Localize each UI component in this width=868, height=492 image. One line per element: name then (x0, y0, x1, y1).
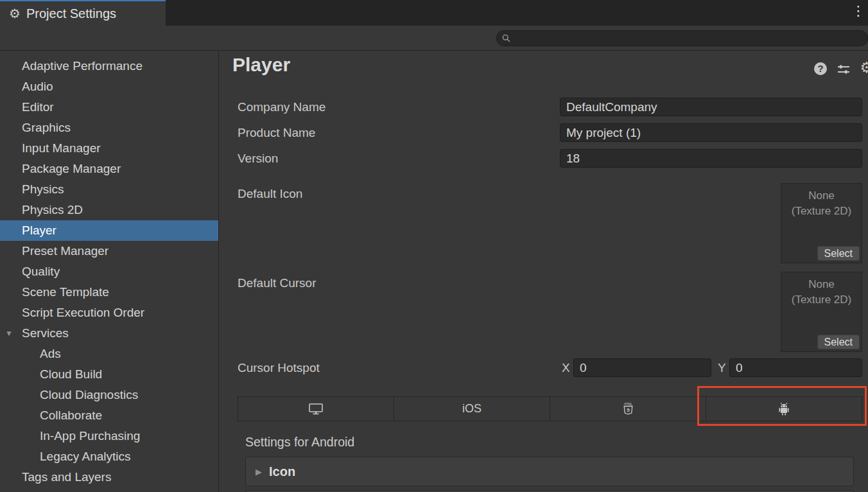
sidebar-list: Adaptive PerformanceAudioEditorGraphicsI… (0, 56, 218, 492)
sidebar-item-label: Script Execution Order (22, 306, 144, 319)
ios-tab-label: iOS (462, 402, 482, 416)
sidebar-item-label: Editor (22, 100, 54, 114)
sidebar-item-scene-template[interactable]: Scene Template (0, 282, 218, 303)
hotspot-y-input[interactable] (729, 358, 862, 377)
field-label-version: Version (238, 149, 278, 168)
sidebar-item-player[interactable]: Player (0, 220, 218, 241)
hotspot-y-label: Y (718, 358, 726, 377)
sidebar-item-audio[interactable]: Audio (0, 76, 218, 97)
sidebar-item-cloud-diagnostics[interactable]: Cloud Diagnostics (0, 385, 218, 405)
platform-tab-webgl[interactable]: HTML 5 (550, 397, 706, 421)
field-label-product-name: Product Name (238, 123, 315, 142)
sidebar-item-label: Cloud Diagnostics (40, 388, 138, 401)
sidebar-item-package-manager[interactable]: Package Manager (0, 159, 218, 179)
android-icon (777, 402, 791, 416)
foldout-collapsed-icon: ▶ (256, 467, 262, 477)
default-icon-value: None (Texture 2D) (781, 184, 862, 219)
svg-text:5: 5 (627, 407, 630, 413)
sidebar-item-graphics[interactable]: Graphics (0, 118, 218, 138)
page-title: Player (232, 54, 290, 76)
sidebar-item-label: Physics (22, 182, 64, 196)
sidebar-item-label: Collaborate (40, 409, 102, 422)
sidebar-item-label: Player (22, 224, 56, 237)
version-input[interactable] (560, 149, 862, 168)
sidebar-item-cloud-build[interactable]: Cloud Build (0, 364, 218, 385)
field-label-company-name: Company Name (238, 98, 326, 116)
icon-foldout-label: Icon (269, 464, 295, 479)
object-none-text: None (781, 277, 862, 292)
titlebar: ⚙ Project Settings ⋮ (0, 0, 868, 26)
default-cursor-value: None (Texture 2D) (781, 272, 862, 308)
sidebar-item-label: Graphics (22, 121, 71, 134)
icon-foldout[interactable]: ▶ Icon (245, 457, 854, 486)
company-name-input[interactable] (560, 98, 862, 116)
sidebar-item-script-execution-order[interactable]: Script Execution Order (0, 303, 218, 323)
foldout-expanded-icon[interactable]: ▼ (5, 323, 13, 344)
field-label-default-icon: Default Icon (238, 184, 302, 203)
sidebar-item-label: Package Manager (22, 162, 121, 175)
hotspot-x-input[interactable] (573, 358, 711, 377)
svg-text:HTML: HTML (624, 402, 632, 405)
sidebar-item-adaptive-performance[interactable]: Adaptive Performance (0, 56, 218, 76)
panel-gear-icon[interactable]: ⚙ (860, 59, 868, 76)
sidebar-item-editor[interactable]: Editor (0, 97, 218, 118)
settings-category-sidebar: Adaptive PerformanceAudioEditorGraphicsI… (0, 51, 219, 492)
sidebar-item-input-manager[interactable]: Input Manager (0, 138, 218, 159)
sidebar-item-physics[interactable]: Physics (0, 179, 218, 200)
search-box[interactable] (496, 30, 868, 46)
window-title: Project Settings (26, 6, 116, 21)
field-label-cursor-hotspot: Cursor Hotspot (238, 358, 320, 377)
sidebar-item-label: Preset Manager (22, 244, 108, 258)
settings-gear-icon: ⚙ (9, 6, 21, 21)
object-none-text: None (781, 188, 862, 204)
default-cursor-select-button[interactable]: Select (817, 335, 860, 349)
window-tab-project-settings[interactable]: ⚙ Project Settings (0, 0, 166, 26)
sidebar-item-label: In-App Purchasing (40, 429, 140, 443)
sidebar-item-label: Ads (40, 347, 61, 360)
object-type-text: (Texture 2D) (781, 204, 862, 219)
sidebar-item-collaborate[interactable]: Collaborate (0, 405, 218, 426)
desktop-monitor-icon (309, 403, 323, 415)
platform-tab-android[interactable] (706, 397, 862, 421)
sidebar-item-in-app-purchasing[interactable]: In-App Purchasing (0, 426, 218, 446)
sidebar-item-label: Physics 2D (22, 203, 83, 216)
sidebar-item-label: Tags and Layers (22, 470, 111, 484)
sidebar-item-tags-and-layers[interactable]: Tags and Layers (0, 467, 218, 488)
product-name-input[interactable] (560, 123, 862, 142)
more-menu-icon[interactable]: ⋮ (851, 3, 865, 19)
toolbar (0, 26, 868, 51)
platform-tab-desktop[interactable] (238, 397, 394, 421)
sidebar-item-textmesh-pro[interactable]: TextMesh Pro (0, 488, 218, 492)
sidebar-item-label: Legacy Analytics (40, 450, 131, 463)
settings-for-platform-header: Settings for Android (245, 435, 354, 450)
html5-icon: HTML 5 (623, 402, 634, 416)
default-icon-select-button[interactable]: Select (817, 246, 860, 261)
sidebar-item-legacy-analytics[interactable]: Legacy Analytics (0, 446, 218, 467)
sidebar-item-physics-2d[interactable]: Physics 2D (0, 200, 218, 220)
player-settings-panel: Player ? ⚙ Company Name Product Name Ver… (220, 51, 868, 492)
sidebar-item-label: Adaptive Performance (22, 59, 143, 73)
sidebar-item-services[interactable]: ▼Services (0, 323, 218, 344)
sidebar-item-label: Cloud Build (40, 367, 102, 381)
sidebar-item-label: Input Manager (22, 141, 101, 155)
sidebar-item-preset-manager[interactable]: Preset Manager (0, 241, 218, 261)
help-icon[interactable]: ? (814, 62, 827, 75)
hotspot-x-label: X (562, 358, 570, 377)
sidebar-item-label: Quality (22, 265, 60, 278)
sidebar-item-label: Scene Template (22, 285, 109, 299)
default-cursor-object-field[interactable]: None (Texture 2D) Select (781, 272, 862, 352)
platform-tab-ios[interactable]: iOS (394, 397, 550, 421)
search-icon (502, 34, 510, 42)
search-input[interactable] (514, 33, 862, 44)
sidebar-item-label: Audio (22, 80, 53, 93)
sidebar-item-ads[interactable]: Ads (0, 344, 218, 364)
default-icon-object-field[interactable]: None (Texture 2D) Select (781, 183, 862, 263)
sidebar-item-quality[interactable]: Quality (0, 261, 218, 282)
field-label-default-cursor: Default Cursor (238, 274, 317, 292)
preset-sliders-icon[interactable] (837, 64, 850, 78)
object-type-text: (Texture 2D) (781, 292, 862, 308)
sidebar-item-label: Services (22, 326, 69, 340)
platform-tab-bar: iOS HTML 5 (238, 396, 862, 421)
